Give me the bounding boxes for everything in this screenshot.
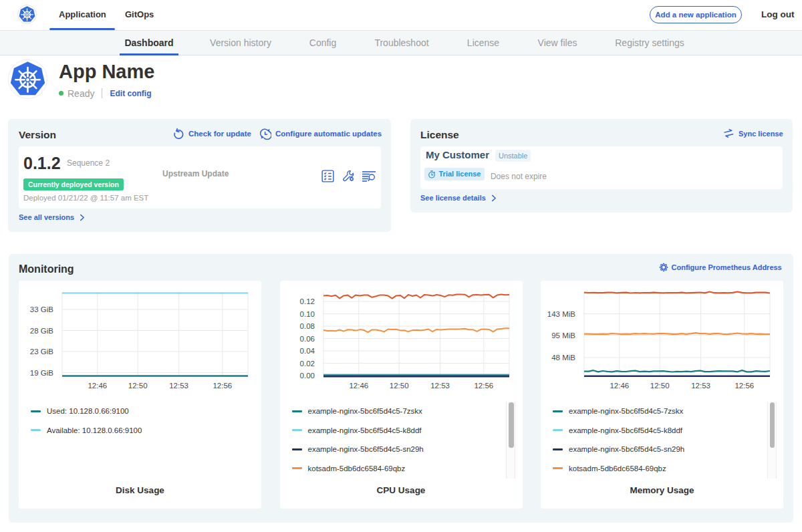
svg-text:12:50: 12:50 <box>389 382 408 390</box>
svg-text:12:46: 12:46 <box>88 382 107 390</box>
svg-text:0.10: 0.10 <box>299 310 314 318</box>
svg-text:0.04: 0.04 <box>299 347 315 355</box>
svg-text:12:46: 12:46 <box>349 382 368 390</box>
svg-text:12:50: 12:50 <box>650 382 670 390</box>
svg-text:19 GiB: 19 GiB <box>30 369 53 377</box>
svg-text:12:53: 12:53 <box>169 382 188 390</box>
svg-text:0.08: 0.08 <box>299 322 314 330</box>
svg-text:95 MiB: 95 MiB <box>551 331 575 340</box>
svg-text:0.00: 0.00 <box>299 372 314 380</box>
svg-text:23 GiB: 23 GiB <box>30 348 53 356</box>
svg-text:12:50: 12:50 <box>128 382 148 390</box>
svg-text:0.12: 0.12 <box>299 297 314 305</box>
svg-text:143 MiB: 143 MiB <box>547 310 576 318</box>
svg-text:12:46: 12:46 <box>610 382 629 390</box>
svg-text:12:56: 12:56 <box>213 382 232 390</box>
svg-text:12:53: 12:53 <box>691 382 710 390</box>
svg-text:48 MiB: 48 MiB <box>551 354 575 362</box>
svg-text:33 GiB: 33 GiB <box>30 305 53 313</box>
svg-text:28 GiB: 28 GiB <box>30 327 53 335</box>
svg-text:0.06: 0.06 <box>299 335 314 343</box>
svg-text:0.02: 0.02 <box>299 360 314 368</box>
svg-text:12:56: 12:56 <box>734 382 754 390</box>
svg-text:12:56: 12:56 <box>474 382 493 390</box>
svg-text:12:53: 12:53 <box>430 382 450 390</box>
